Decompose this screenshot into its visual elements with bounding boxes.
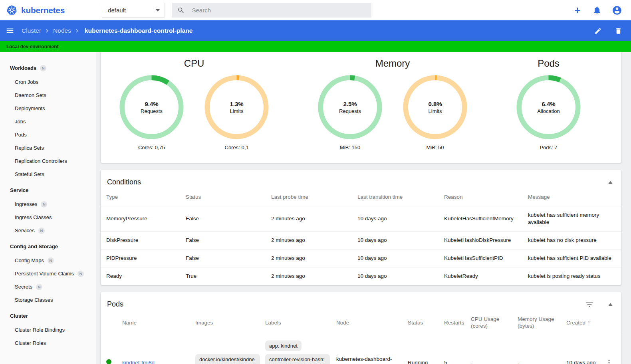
breadcrumb-item-nodes[interactable]: Nodes	[53, 27, 71, 34]
memory-gauge-group: Memory 2.5% Requests	[317, 58, 468, 163]
sidebar-item-ingresses[interactable]: Ingresses N	[0, 198, 96, 211]
pod-actions-cell	[608, 335, 621, 364]
sidebar-item-services[interactable]: Services N	[0, 224, 96, 237]
search-bar[interactable]	[172, 3, 371, 18]
column-header-status-dot	[101, 311, 122, 335]
namespaced-badge: N	[41, 201, 47, 208]
kubernetes-dashboard: kubernetes default	[0, 0, 631, 364]
sidebar-item-label: Services	[15, 228, 35, 233]
created-column-label: Created	[566, 319, 585, 326]
collapse-pods-button[interactable]	[608, 303, 613, 306]
column-header-status: Status	[408, 311, 444, 335]
edit-button[interactable]	[594, 27, 602, 35]
column-header-restarts: Restarts	[444, 311, 471, 335]
search-input[interactable]	[192, 7, 366, 14]
condition-reason-cell: KubeletHasNoDiskPressure	[444, 231, 528, 249]
sidebar-item-jobs[interactable]: Jobs	[0, 115, 96, 128]
condition-row-memory-pressure: MemoryPressure False 2 minutes ago 10 da…	[101, 206, 621, 231]
sidebar-section-label: Cluster	[10, 313, 28, 319]
column-header-last-transition-time: Last transition time	[357, 189, 444, 206]
sidebar-item-replica-sets[interactable]: Replica Sets	[0, 141, 96, 154]
chevron-right-icon	[44, 27, 51, 34]
sidebar-section-workloads[interactable]: Workloads N	[0, 61, 96, 75]
sidebar-item-pods[interactable]: Pods	[0, 128, 96, 141]
sidebar-item-replication-controllers[interactable]: Replication Controllers	[0, 154, 96, 168]
column-header-message: Message	[528, 189, 621, 206]
sidebar-section-config-storage[interactable]: Config and Storage	[0, 239, 96, 254]
column-header-node: Node	[336, 311, 408, 335]
namespaced-badge: N	[36, 284, 42, 290]
sidebar-item-ingress-classes[interactable]: Ingress Classes	[0, 211, 96, 224]
column-header-status: Status	[186, 189, 271, 206]
sidebar-item-label: Jobs	[15, 119, 26, 125]
filter-icon	[586, 302, 593, 307]
namespace-value: default	[108, 7, 126, 14]
condition-transition-cell: 10 days ago	[357, 267, 444, 285]
sidebar-item-label: Persistent Volume Claims	[15, 271, 74, 277]
pod-menu-button[interactable]	[608, 360, 610, 364]
condition-transition-cell: 10 days ago	[357, 206, 444, 231]
user-account-button[interactable]	[612, 5, 622, 16]
gauge-label: Allocation	[537, 108, 560, 114]
namespace-selector[interactable]: default	[102, 3, 165, 18]
sidebar-item-config-maps[interactable]: Config Maps N	[0, 254, 96, 267]
gauge-footer: Cores: 0,75	[138, 144, 165, 150]
gauge-percent: 0.8%	[428, 101, 442, 107]
delete-button[interactable]	[615, 27, 622, 35]
breadcrumb: Cluster Nodes kubernetes-dashboard-contr…	[22, 27, 192, 34]
sidebar-item-label: Cluster Role Bindings	[15, 327, 65, 333]
column-header-reason: Reason	[444, 189, 528, 206]
sidebar-item-daemon-sets[interactable]: Daemon Sets	[0, 89, 96, 102]
cpu-limits-gauge: 1.3% Limits Cores: 0,1	[204, 74, 270, 150]
search-icon	[177, 6, 185, 14]
sidebar-item-cluster-role-bindings[interactable]: Cluster Role Bindings	[0, 323, 96, 336]
sidebar-item-label: Replica Sets	[15, 145, 44, 151]
cpu-group-title: CPU	[184, 58, 204, 69]
sidebar-item-storage-classes[interactable]: Storage Classes	[0, 293, 96, 307]
namespaced-badge: N	[48, 257, 54, 264]
sidebar-item-label: Replication Controllers	[15, 158, 67, 164]
filter-pods-button[interactable]	[586, 302, 593, 307]
sidebar-item-deployments[interactable]: Deployments	[0, 102, 96, 115]
sidebar-item-stateful-sets[interactable]: Stateful Sets	[0, 168, 96, 181]
notifications-button[interactable]	[592, 6, 602, 15]
condition-probe-cell: 2 minutes ago	[271, 206, 357, 231]
collapse-conditions-button[interactable]	[608, 181, 613, 184]
sidebar-section-cluster[interactable]: Cluster	[0, 309, 96, 323]
pod-running-status-icon	[106, 359, 111, 364]
kubernetes-brand[interactable]: kubernetes	[6, 5, 65, 16]
sidebar-section-service[interactable]: Service	[0, 183, 96, 198]
column-header-name: Name	[122, 311, 195, 335]
condition-reason-cell: KubeletHasSufficientMemory	[444, 206, 528, 231]
sidebar-item-secrets[interactable]: Secrets N	[0, 280, 96, 293]
condition-row-pid-pressure: PIDPressure False 2 minutes ago 10 days …	[101, 249, 621, 267]
sidebar-item-label: Cron Jobs	[15, 79, 38, 85]
sidebar-item-label: Ingresses	[15, 201, 37, 207]
create-resource-button[interactable]	[573, 6, 582, 15]
column-header-created[interactable]: Created ↑	[566, 311, 608, 335]
sidebar-item-cron-jobs[interactable]: Cron Jobs	[0, 75, 96, 89]
pod-restarts-cell: 5	[444, 335, 471, 364]
sidebar-item-cluster-roles[interactable]: Cluster Roles	[0, 336, 96, 350]
pod-row-kindnet[interactable]: kindnet-fmj8d docker.io/kindest/kindnetd…	[101, 335, 621, 364]
pod-memory-usage-cell: -	[518, 335, 566, 364]
sidebar-item-label: Stateful Sets	[15, 171, 44, 177]
cpu-gauge-group: CPU 9.4% Requests	[119, 58, 270, 163]
gauge-percent: 1.3%	[230, 101, 243, 107]
pod-labels-cell: app: kindnet controller-revision-hash: 5…	[265, 335, 336, 364]
gauge-label: Requests	[339, 108, 361, 114]
menu-button[interactable]	[6, 26, 14, 35]
image-chip: docker.io/kindest/kindnetd:v20230511-dc7…	[195, 354, 260, 364]
pod-name-link[interactable]: kindnet-fmj8d	[122, 360, 155, 364]
trash-icon	[615, 27, 622, 35]
sidebar-item-label: Ingress Classes	[15, 214, 52, 220]
sidebar-section-label: Workloads	[10, 65, 36, 71]
sidebar-item-persistent-volume-claims[interactable]: Persistent Volume Claims N	[0, 267, 96, 280]
pod-node-cell: kubernetes-dashboard-control-plane	[336, 335, 408, 364]
memory-limits-gauge: 0.8% Limits MiB: 50	[402, 74, 468, 150]
page-title: kubernetes-dashboard-control-plane	[85, 27, 192, 34]
environment-banner: Local dev environment	[0, 41, 631, 52]
sidebar-item-label: Daemon Sets	[15, 92, 46, 98]
breadcrumb-item-cluster[interactable]: Cluster	[22, 27, 41, 34]
column-header-labels: Labels	[265, 311, 336, 335]
